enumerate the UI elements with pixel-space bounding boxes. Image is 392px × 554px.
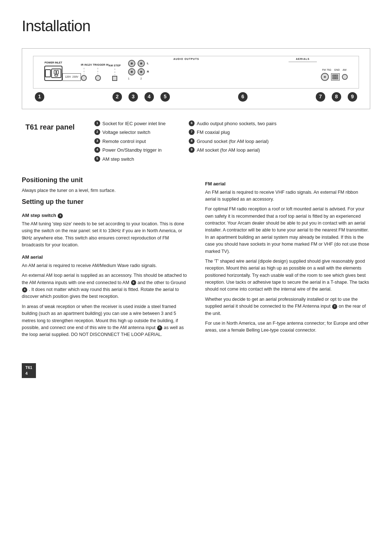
footer-badge: T61 4 (22, 363, 36, 378)
positioning-body: Always place the tuner on a level, firm … (22, 187, 187, 194)
list-item-8: 8Ground socket (for AM loop aerial) (189, 138, 277, 145)
ir-in-label: IR IN (81, 63, 87, 67)
fm-aerial-body5: For use in North America, use an F-type … (205, 320, 370, 334)
rca-right-2 (138, 68, 145, 75)
rca-outputs: L R 1 2 (128, 60, 149, 81)
fm-aerial-body4: Whether you decide to get an aerial prof… (205, 296, 370, 317)
num-group-7-9: 7 8 9 (316, 92, 357, 102)
am-aerial-connector (342, 74, 348, 80)
am-aerial-body2c: . It does not matter which way round thi… (22, 287, 179, 299)
fm-aerial-subtitle: FM aerial (205, 180, 370, 188)
aerials-label: AERIALS (289, 57, 317, 62)
am-step-group: AM STEP (109, 64, 121, 81)
main-content: Positioning the unit Always place the tu… (22, 175, 370, 341)
ir-in-group: IR IN (81, 63, 87, 81)
num-5: 5 (160, 92, 170, 102)
power-inlet-icon (44, 66, 62, 81)
am-aerial-body2: An external AM loop aerial is supplied a… (22, 272, 187, 300)
trigger-connector (95, 75, 101, 81)
voltage-switch-group: 120V 230V (62, 72, 81, 81)
num-6: 6 (238, 92, 248, 102)
fm-aerial-body2: For optimal FM radio reception a roof or… (205, 206, 370, 255)
audio-outputs-group: L R 1 2 (128, 60, 149, 81)
items-col-2: 6Audio output phono sockets, two pairs7F… (189, 120, 277, 163)
am-aerial-num8: 8 (22, 287, 27, 292)
fm-aerial-body1: An FM aerial is required to receive VHF … (205, 189, 370, 203)
num-group-2-5: 2 3 4 5 (113, 92, 170, 102)
rca-left-2 (138, 60, 145, 67)
gnd-label: GND (334, 68, 340, 72)
num-8: 8 (332, 92, 341, 102)
list-badge-5: 5 (94, 156, 100, 162)
am-step-label: AM STEP (109, 64, 121, 68)
list-item-9: 9AM socket (for AM loop aerial) (189, 147, 277, 154)
ir-in-connector (81, 75, 87, 81)
power-inlet-group: POWER INLET (44, 61, 62, 81)
aerial-label-row: FM 75Ω GND AM (322, 68, 346, 72)
list-item-6: 6Audio output phono sockets, two pairs (189, 120, 277, 127)
footer: T61 4 (22, 363, 370, 378)
svg-rect-3 (55, 75, 58, 76)
output-2: 2 (140, 77, 142, 81)
aerial-connectors (321, 73, 348, 81)
list-item-2: 2Voltage selector switch (94, 129, 178, 136)
am-step-connector (112, 76, 117, 81)
list-badge-4: 4 (94, 147, 100, 153)
rear-panel-diagram: AUDIO OUTPUTS AERIALS POWER INLET (22, 48, 370, 109)
list-badge-9: 9 (189, 147, 195, 153)
diagram-inner: AUDIO OUTPUTS AERIALS POWER INLET (33, 56, 359, 89)
am-aerial-subtitle: AM aerial (22, 254, 187, 261)
svg-rect-5 (335, 75, 338, 77)
svg-rect-2 (57, 70, 58, 74)
items-col-1: 1Socket for IEC power inlet line2Voltage… (94, 120, 178, 163)
list-text-1: Socket for IEC power inlet line (102, 120, 166, 127)
num-7: 7 (316, 92, 325, 102)
list-item-5: 5AM step switch (94, 156, 178, 163)
gnd-terminal (331, 73, 340, 81)
svg-rect-7 (335, 77, 338, 79)
voltage-box: 120V 230V (62, 73, 81, 81)
footer-model: T61 (25, 365, 32, 371)
list-text-4: Power On/Standby trigger in (102, 147, 162, 154)
fm-aerial-num7: 7 (332, 304, 337, 309)
list-item-7: 7FM coaxial plug (189, 129, 277, 136)
am-step-body: The AM tuning 'step size' needs to be se… (22, 221, 187, 249)
list-item-1: 1Socket for IEC power inlet line (94, 120, 178, 127)
fm-aerial-body3: The 'T' shaped wire aerial (dipole desig… (205, 258, 370, 293)
num-2: 2 (113, 92, 122, 102)
am-step-badge: 5 (58, 213, 63, 218)
svg-rect-6 (332, 77, 335, 79)
list-item-3: 3Remote control input (94, 138, 178, 145)
output-L-label: L (147, 61, 149, 66)
page-title: Installation (22, 15, 370, 37)
list-badge-1: 1 (94, 120, 100, 126)
fm-coax-connector (321, 73, 329, 81)
rear-panel-section: T61 rear panel 1Socket for IEC power inl… (22, 120, 370, 163)
footer-page: 4 (25, 370, 32, 377)
num-1: 1 (35, 92, 44, 102)
am-aerial-body2b: and the other to Ground (138, 280, 186, 285)
am-aerial-body3-text: In areas of weak reception or when the r… (22, 304, 178, 330)
num-4: 4 (144, 92, 154, 102)
aerials-group: FM 75Ω GND AM (321, 68, 348, 81)
am-step-subtitle: AM step switch 5 (22, 212, 187, 219)
audio-outputs-label: AUDIO OUTPUTS (173, 57, 199, 61)
list-badge-6: 6 (189, 120, 195, 126)
output-R-label: R (147, 70, 149, 74)
rca-row-top: L (128, 60, 149, 67)
am-aerial-num9: 9 (131, 280, 136, 285)
list-text-5: AM step switch (102, 156, 134, 163)
diagram-row: POWER INLET 120V 230V (41, 60, 351, 81)
rca-right-1 (128, 68, 135, 75)
list-text-8: Ground socket (for AM loop aerial) (197, 138, 269, 145)
positioning-title: Positioning the unit (22, 175, 187, 185)
list-badge-8: 8 (189, 138, 195, 144)
list-badge-2: 2 (94, 129, 100, 135)
svg-rect-1 (54, 70, 56, 74)
list-text-9: AM socket (for AM loop aerial) (197, 147, 260, 154)
list-badge-7: 7 (189, 129, 195, 135)
rca-row-bottom: R (128, 68, 149, 75)
number-indicators: 1 2 3 4 5 6 7 8 9 (33, 89, 359, 102)
setting-up-title: Setting up the tuner (22, 197, 187, 207)
trigger-group: 12V TRIGGER IN (87, 63, 109, 81)
